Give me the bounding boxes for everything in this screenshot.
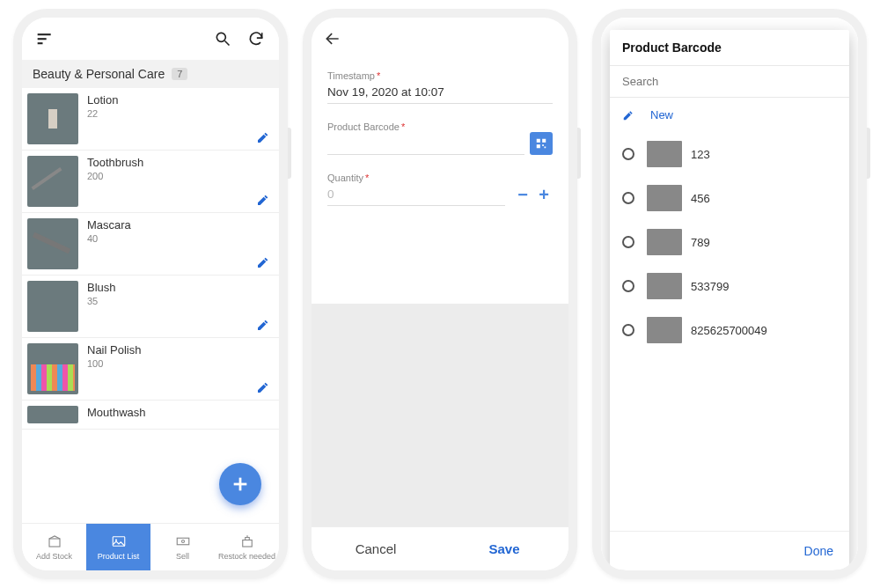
svg-rect-0 bbox=[38, 33, 51, 35]
product-qty: 200 bbox=[87, 171, 279, 181]
tab-sell[interactable]: Sell bbox=[150, 524, 215, 570]
svg-rect-17 bbox=[542, 144, 544, 146]
product-thumbnail bbox=[27, 406, 78, 423]
phone-add-stock-form: Timestamp* Product Barcode* Quantity* bbox=[303, 9, 577, 579]
product-name: Mouthwash bbox=[87, 406, 279, 419]
svg-line-4 bbox=[225, 41, 230, 46]
modal-title: Product Barcode bbox=[610, 30, 849, 66]
svg-rect-15 bbox=[542, 139, 546, 143]
category-title: Beauty & Personal Care bbox=[33, 67, 165, 81]
option-thumbnail bbox=[647, 229, 682, 255]
search-input[interactable] bbox=[610, 66, 849, 98]
tab-add-stock[interactable]: Add Stock bbox=[22, 524, 86, 570]
svg-rect-2 bbox=[38, 42, 43, 44]
edit-icon[interactable] bbox=[256, 130, 270, 144]
required-marker: * bbox=[377, 70, 380, 81]
required-marker: * bbox=[401, 121, 405, 132]
cancel-button[interactable]: Cancel bbox=[312, 527, 440, 570]
svg-rect-6 bbox=[234, 483, 247, 486]
svg-rect-7 bbox=[49, 539, 60, 547]
option-code: 456 bbox=[691, 192, 710, 205]
phone-barcode-picker: Product Barcode New 123 456 bbox=[592, 9, 867, 579]
decrement-button[interactable]: − bbox=[514, 186, 532, 203]
back-arrow-icon[interactable] bbox=[324, 30, 341, 48]
radio-icon[interactable] bbox=[622, 236, 634, 248]
list-item[interactable]: Toothbrush 200 bbox=[22, 151, 279, 213]
edit-icon[interactable] bbox=[256, 255, 270, 269]
new-option-button[interactable]: New bbox=[610, 98, 849, 132]
menu-icon[interactable] bbox=[36, 30, 54, 48]
edit-icon[interactable] bbox=[256, 380, 270, 394]
option-thumbnail bbox=[647, 185, 682, 211]
barcode-option[interactable]: 789 bbox=[610, 220, 849, 264]
barcode-option[interactable]: 825625700049 bbox=[610, 308, 849, 352]
list-item[interactable]: Mascara 40 bbox=[22, 213, 279, 276]
option-code: 533799 bbox=[691, 280, 729, 293]
product-name: Lotion bbox=[87, 93, 279, 107]
category-header[interactable]: Beauty & Personal Care 7 bbox=[22, 60, 279, 88]
tab-product-list[interactable]: Product List bbox=[86, 524, 150, 570]
svg-rect-12 bbox=[242, 540, 252, 548]
option-code: 123 bbox=[691, 148, 710, 161]
box-icon bbox=[47, 533, 62, 549]
barcode-option[interactable]: 533799 bbox=[610, 264, 849, 308]
product-qty: 100 bbox=[87, 358, 279, 369]
list-item[interactable]: Mouthwash bbox=[22, 401, 279, 430]
quantity-label: Quantity bbox=[327, 173, 363, 183]
barcode-option[interactable]: 456 bbox=[610, 176, 849, 220]
top-bar bbox=[22, 18, 279, 60]
product-qty: 35 bbox=[87, 296, 279, 306]
svg-point-11 bbox=[181, 540, 184, 543]
barcode-field: Product Barcode* bbox=[327, 121, 553, 155]
form-top-bar bbox=[312, 18, 568, 60]
option-code: 789 bbox=[691, 236, 710, 249]
radio-icon[interactable] bbox=[622, 280, 634, 292]
product-name: Toothbrush bbox=[87, 156, 279, 169]
required-marker: * bbox=[365, 173, 369, 183]
product-thumbnail bbox=[27, 343, 78, 394]
radio-icon[interactable] bbox=[622, 324, 634, 336]
edit-icon bbox=[622, 109, 634, 121]
product-thumbnail bbox=[27, 93, 78, 144]
new-label: New bbox=[650, 108, 673, 121]
product-name: Nail Polish bbox=[87, 343, 279, 356]
edit-icon[interactable] bbox=[256, 193, 270, 207]
form-body: Timestamp* Product Barcode* Quantity* bbox=[312, 60, 568, 304]
product-qty: 40 bbox=[87, 233, 279, 244]
list-item[interactable]: Lotion 22 bbox=[22, 88, 279, 151]
list-item[interactable]: Blush 35 bbox=[22, 276, 279, 338]
product-name: Mascara bbox=[87, 218, 279, 232]
product-thumbnail bbox=[27, 156, 78, 207]
tab-label: Add Stock bbox=[36, 552, 72, 561]
scan-barcode-button[interactable] bbox=[530, 132, 553, 155]
radio-icon[interactable] bbox=[622, 148, 634, 160]
timestamp-field: Timestamp* bbox=[327, 70, 553, 104]
refresh-icon[interactable] bbox=[247, 30, 265, 48]
list-item[interactable]: Nail Polish 100 bbox=[22, 338, 279, 401]
product-thumbnail bbox=[27, 218, 78, 269]
tab-restock[interactable]: Restock needed bbox=[215, 524, 279, 570]
option-thumbnail bbox=[647, 141, 682, 167]
save-button[interactable]: Save bbox=[440, 527, 568, 570]
option-thumbnail bbox=[647, 273, 682, 299]
plus-icon bbox=[231, 474, 250, 494]
timestamp-input[interactable] bbox=[327, 81, 553, 104]
qr-icon bbox=[535, 137, 547, 150]
tab-label: Restock needed bbox=[218, 552, 275, 561]
option-list: 123 456 789 533799 bbox=[610, 132, 849, 531]
radio-icon[interactable] bbox=[622, 192, 634, 204]
quantity-input[interactable] bbox=[327, 183, 505, 206]
add-fab-button[interactable] bbox=[219, 463, 261, 505]
barcode-input[interactable] bbox=[327, 132, 524, 155]
search-icon[interactable] bbox=[214, 30, 231, 48]
option-thumbnail bbox=[647, 317, 682, 343]
product-thumbnail bbox=[27, 281, 78, 332]
increment-button[interactable]: + bbox=[535, 186, 553, 203]
edit-icon[interactable] bbox=[256, 318, 270, 332]
svg-rect-14 bbox=[537, 139, 540, 143]
product-qty: 22 bbox=[87, 108, 279, 119]
barcode-option[interactable]: 123 bbox=[610, 132, 849, 176]
done-button[interactable]: Done bbox=[610, 531, 849, 570]
bottom-tabs: Add Stock Product List Sell Restock need… bbox=[22, 523, 279, 570]
svg-rect-1 bbox=[38, 38, 47, 40]
